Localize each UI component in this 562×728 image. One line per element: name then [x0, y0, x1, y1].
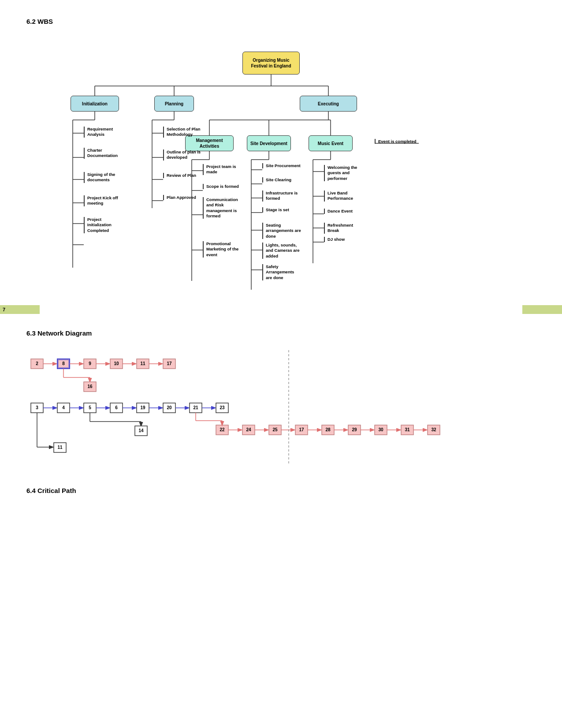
svg-text:20: 20	[167, 405, 172, 410]
svg-text:6: 6	[115, 405, 118, 410]
wbs-root-node: Organizing Music Festival in England	[242, 52, 300, 75]
wbs-mgmt-node: Management Activities	[185, 135, 234, 151]
wbs-section: 6.2 WBS	[26, 18, 536, 307]
mgmt-item-3: Communication and Risk management is for…	[203, 197, 242, 219]
network-diagram: 2 8 9 10 11 17	[26, 346, 536, 469]
svg-text:17: 17	[299, 427, 304, 432]
svg-text:31: 31	[405, 427, 410, 432]
wbs-init-node: Initialization	[71, 96, 119, 112]
site-item-7: SafetyArrangements are done	[262, 264, 301, 280]
svg-text:32: 32	[431, 427, 436, 432]
site-item-2: Site Clearing	[262, 177, 301, 183]
critical-section: 6.4 Critical Path	[26, 487, 536, 494]
music-item-5: DJ show	[324, 237, 363, 242]
svg-text:30: 30	[378, 427, 383, 432]
wbs-music-node: Music Event	[309, 135, 353, 151]
site-item-3: Infrastructure isformed	[262, 190, 301, 202]
plan-item-1: Selection of PlanMethodology	[163, 127, 205, 138]
svg-text:11: 11	[57, 445, 63, 450]
svg-text:22: 22	[220, 427, 225, 432]
mgmt-item-4: PromotionalMarketing of theevent	[203, 241, 242, 258]
svg-text:8: 8	[62, 361, 65, 366]
music-item-3: Dance Event	[324, 209, 363, 214]
svg-text:29: 29	[352, 427, 357, 432]
site-item-1: Site Procurement	[262, 163, 301, 168]
svg-text:16: 16	[87, 384, 93, 389]
site-item-4: Stage is set	[262, 207, 301, 213]
svg-text:14: 14	[138, 428, 144, 433]
init-item-1: RequirementAnalysis	[84, 127, 126, 138]
wbs-title: 6.2 WBS	[26, 18, 536, 25]
music-item-2: Live BandPerformance	[324, 190, 363, 202]
wbs-site-node: Site Development	[247, 135, 291, 151]
plan-item-4: Plan Approved	[163, 195, 205, 200]
plan-item-3: Review of Plan	[163, 173, 205, 178]
site-item-5: Seating arrangements are done	[262, 223, 301, 239]
page-number-right	[522, 305, 562, 314]
svg-text:17: 17	[167, 361, 172, 366]
svg-text:2: 2	[36, 361, 38, 366]
init-item-2: CharterDocumentation	[84, 148, 126, 159]
svg-text:10: 10	[114, 361, 119, 366]
svg-text:21: 21	[193, 405, 198, 410]
svg-text:28: 28	[325, 427, 331, 432]
page-number-left: 7	[0, 305, 40, 314]
wbs-executing-node: Executing	[300, 96, 357, 112]
network-svg: 2 8 9 10 11 17	[26, 346, 536, 469]
wbs-diagram: Organizing Music Festival in England Ini…	[26, 34, 536, 307]
critical-title: 6.4 Critical Path	[26, 487, 536, 494]
wbs-planning-node: Planning	[154, 96, 194, 112]
init-item-4: Project Kick offmeeting	[84, 195, 126, 206]
svg-text:3: 3	[36, 405, 38, 410]
svg-text:19: 19	[140, 405, 145, 410]
init-item-3: Signing of thedocuments	[84, 172, 126, 183]
init-item-5: Project InitializationCompleted	[84, 217, 126, 233]
music-item-1: Welcoming theguests andperformer	[324, 165, 363, 181]
plan-item-2: Outline of plan isdeveloped	[163, 149, 205, 161]
music-item-4: Refreshment Break	[324, 223, 363, 234]
event-completed: Event is completed	[375, 139, 417, 144]
svg-text:11: 11	[140, 361, 145, 366]
network-section: 6.3 Network Diagram 2 8 9 10	[26, 329, 536, 469]
svg-text:9: 9	[89, 361, 91, 366]
svg-text:24: 24	[246, 427, 251, 432]
network-title: 6.3 Network Diagram	[26, 329, 536, 337]
svg-text:23: 23	[220, 405, 225, 410]
svg-text:5: 5	[89, 405, 91, 410]
svg-text:4: 4	[62, 405, 65, 410]
mgmt-item-1: Project team ismade	[203, 164, 242, 175]
site-item-6: Lights, sounds, and Cameras are added	[262, 243, 301, 259]
mgmt-item-2: Scope is formed	[203, 184, 242, 189]
svg-text:25: 25	[272, 427, 278, 432]
